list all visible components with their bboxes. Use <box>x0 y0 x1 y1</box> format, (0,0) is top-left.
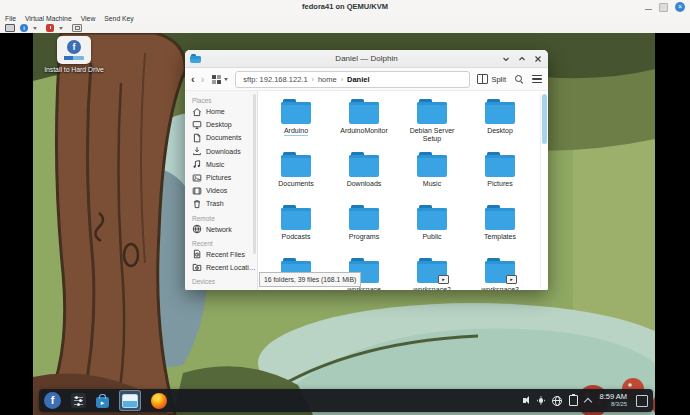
folder-icon <box>485 258 515 284</box>
host-menu-item[interactable]: Send Key <box>104 15 133 22</box>
location-breadcrumb[interactable]: sftp: 192.168.122.1 › home › Daniel <box>235 71 470 88</box>
folder-item[interactable]: Public <box>398 203 466 256</box>
fullscreen-icon[interactable] <box>72 24 82 32</box>
sidebar-item-home[interactable]: Home <box>185 105 257 118</box>
sidebar-item-desktop[interactable]: Desktop <box>185 118 257 131</box>
vm-display-letterbox: f Install to Hard Drive Daniel — Dolphin <box>0 33 690 415</box>
recent-locations-icon <box>192 262 202 272</box>
folder-item[interactable]: ArduinoMonitor <box>330 97 398 150</box>
vm-info-icon[interactable]: i <box>20 24 28 32</box>
folder-label: Downloads <box>347 180 382 188</box>
places-panel: Places Home Desktop Documents <box>185 91 258 290</box>
back-icon[interactable]: ‹ <box>191 74 195 85</box>
folder-item[interactable]: Debian Server Setup <box>398 97 466 150</box>
minimize-icon[interactable] <box>502 55 510 63</box>
dolphin-titlebar[interactable]: Daniel — Dolphin <box>185 50 548 68</box>
folder-grid: Arduino ArduinoMonitor <box>262 97 548 290</box>
system-settings-icon[interactable] <box>71 393 86 408</box>
sidebar-item-music[interactable]: Music <box>185 158 257 171</box>
folder-item[interactable]: Pictures <box>466 150 534 203</box>
split-button[interactable]: Split <box>477 74 506 84</box>
view-scrollbar-thumb[interactable] <box>542 94 547 144</box>
view-scrollbar-track[interactable] <box>540 93 547 288</box>
folder-item[interactable]: Templates <box>466 203 534 256</box>
folder-icon <box>349 205 379 231</box>
vm-display-icon[interactable] <box>5 24 15 32</box>
folder-item[interactable]: Music <box>398 150 466 203</box>
grid-view-icon[interactable] <box>212 75 221 84</box>
forward-icon[interactable]: › <box>201 74 205 85</box>
sidebar-item-network[interactable]: Network <box>185 223 257 236</box>
sidebar-item-recent-files[interactable]: Recent Files <box>185 248 257 261</box>
sidebar-item-pictures[interactable]: Pictures <box>185 171 257 184</box>
folder-label: Debian Server Setup <box>400 127 464 144</box>
fedora-installer-icon: f <box>57 36 91 64</box>
sidebar-item-downloads[interactable]: Downloads <box>185 145 257 158</box>
screen: fedora41 on QEMU/KVM × FileVirtual Machi… <box>0 0 690 415</box>
dropdown-caret-icon[interactable] <box>59 27 63 30</box>
clock-date: 8/3/25 <box>599 401 627 407</box>
host-close-button[interactable]: × <box>675 2 685 12</box>
host-minimize-button[interactable] <box>645 9 652 11</box>
sidebar-section-devices[interactable]: Devices <box>185 274 257 286</box>
split-view-icon <box>477 74 488 84</box>
expand-tray-icon[interactable] <box>584 397 592 405</box>
home-icon <box>192 107 202 117</box>
folder-item[interactable]: Podcasts <box>262 203 330 256</box>
folder-label: Documents <box>278 180 313 188</box>
system-tray <box>523 395 592 406</box>
sidebar-section-recent[interactable]: Recent <box>185 236 257 248</box>
close-icon[interactable] <box>534 55 542 63</box>
sidebar-item-trash[interactable]: Trash <box>185 197 257 210</box>
brightness-icon[interactable] <box>539 398 544 403</box>
folder-item[interactable]: Desktop <box>466 97 534 150</box>
recent-files-icon <box>192 249 202 259</box>
install-to-hard-drive-shortcut[interactable]: f Install to Hard Drive <box>41 36 107 74</box>
digital-clock[interactable]: 8:59 AM 8/3/25 <box>599 393 627 407</box>
taskbar-panel: f ▸ 8:59 AM 8/3/25 <box>39 389 653 412</box>
sidebar-item-videos[interactable]: Videos <box>185 184 257 197</box>
vm-desktop: f Install to Hard Drive Daniel — Dolphin <box>33 33 655 415</box>
fedora-launcher-icon[interactable]: f <box>44 392 61 409</box>
search-icon[interactable] <box>514 74 524 84</box>
sidebar-item-documents[interactable]: Documents <box>185 131 257 144</box>
show-desktop-button[interactable] <box>636 395 648 407</box>
network-icon[interactable] <box>552 396 562 406</box>
folder-item[interactable]: Downloads <box>330 150 398 203</box>
volume-icon[interactable] <box>523 398 526 403</box>
breadcrumb-current[interactable]: Daniel <box>347 75 370 84</box>
vm-shutdown-icon[interactable] <box>46 24 54 32</box>
dolphin-task-button[interactable] <box>119 390 141 411</box>
folder-item[interactable]: workspace3 <box>466 256 534 290</box>
sidebar-section-places[interactable]: Places <box>185 93 257 105</box>
host-menu-item[interactable]: View <box>81 15 96 22</box>
sidebar-scrollbar[interactable] <box>253 94 256 254</box>
dropdown-caret-icon[interactable] <box>33 27 37 30</box>
documents-icon <box>192 133 202 143</box>
clipboard-icon[interactable] <box>569 395 578 406</box>
host-maximize-button[interactable] <box>659 3 668 12</box>
discover-icon[interactable]: ▸ <box>96 397 109 408</box>
folder-item[interactable]: Programs <box>330 203 398 256</box>
host-menu-item[interactable]: Virtual Machine <box>25 15 72 22</box>
maximize-icon[interactable] <box>518 55 526 63</box>
firefox-icon[interactable] <box>151 393 167 409</box>
folder-item[interactable]: Arduino <box>262 97 330 150</box>
breadcrumb-protocol[interactable]: sftp: 192.168.122.1 <box>243 75 307 84</box>
host-titlebar: fedora41 on QEMU/KVM × <box>0 0 690 15</box>
folder-view: Arduino ArduinoMonitor <box>258 91 548 290</box>
sidebar-item-recent-locati-[interactable]: Recent Locati… <box>185 261 257 274</box>
folder-item[interactable]: workspace2 <box>398 256 466 290</box>
sidebar-section-remote[interactable]: Remote <box>185 211 257 223</box>
view-mode-caret-icon[interactable] <box>224 78 228 81</box>
breadcrumb-home[interactable]: home <box>318 75 337 84</box>
symlink-emblem-icon <box>506 275 517 284</box>
folder-icon <box>281 99 311 125</box>
host-menubar: FileVirtual MachineViewSend Key <box>0 14 690 23</box>
folder-icon <box>417 205 447 231</box>
downloads-icon <box>192 146 202 156</box>
hamburger-menu-icon[interactable] <box>532 75 542 83</box>
folder-item[interactable]: Documents <box>262 150 330 203</box>
host-menu-item[interactable]: File <box>5 15 16 22</box>
folder-icon <box>349 152 379 178</box>
